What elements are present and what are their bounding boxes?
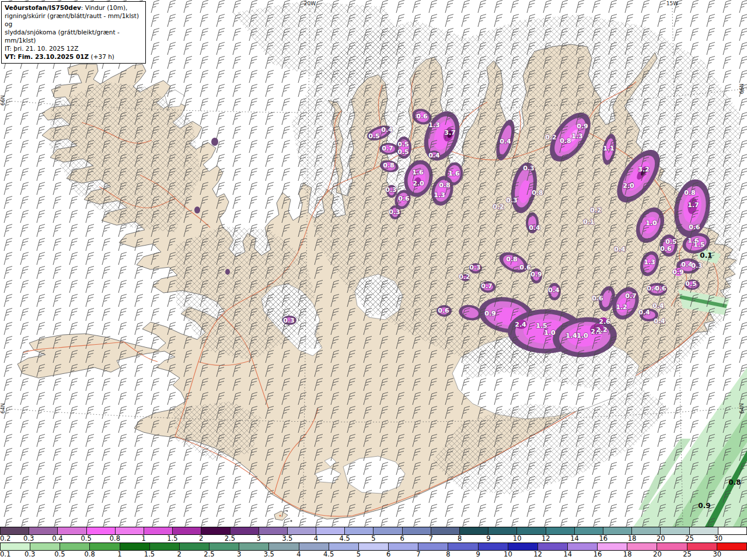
gratlabel-text: 66N [739, 83, 745, 94]
legend-sleet-snow: 0.20.30.40.50.811.522.533.544.5567891012… [0, 527, 747, 542]
plabel-text: 2.4 [515, 321, 526, 328]
glabel-text: 0.1 [700, 251, 712, 260]
plabel-text: 0.5 [397, 141, 409, 148]
plabel-text: 0.8 [439, 181, 451, 189]
plabel-text: 0.4 [428, 152, 440, 159]
legend-cell [0, 527, 29, 534]
sleet-snow-tick-labels: 0.20.30.40.50.811.522.533.544.5567891012… [0, 535, 747, 542]
legend-cell [30, 543, 60, 550]
plabel-text: 0.8 [684, 189, 696, 197]
legend-cell [90, 543, 120, 550]
legend-tick-label: 5 [357, 550, 361, 558]
plabel-text: 2.0 [413, 180, 424, 187]
valid-time-line: VT: Fim. 23.10.2025 01Z (+37 h) [5, 52, 142, 61]
legend-cell [479, 543, 508, 550]
legend-tick-label: 0.3 [23, 534, 34, 542]
legend-rain: 0.10.30.50.811.522.533.544.5567891012141… [0, 542, 747, 558]
legend-tick-label: 3 [256, 534, 260, 542]
plabel-text: 0.2 [459, 273, 470, 281]
legend-cell [150, 543, 180, 550]
legend-tick-label: 12 [533, 550, 542, 558]
valid-time: VT: Fim. 23.10.2025 01Z [5, 53, 89, 60]
legend-tick-label: 7 [429, 534, 433, 542]
plabel-text: 0.6 [655, 285, 666, 292]
gratlabel-text: 64N [0, 403, 6, 414]
legend-tick-label: 10 [504, 550, 512, 558]
plabel-text: 0.4 [654, 317, 665, 325]
legend-cell [316, 527, 345, 534]
legend-tick-label: 3 [237, 550, 241, 558]
plabel-text: 0.4 [548, 286, 560, 294]
legend-tick-label: 30 [713, 550, 721, 558]
plabel-text: 1.5 [693, 241, 705, 249]
legend-cell [632, 527, 661, 534]
legend-cell [239, 543, 269, 550]
plabel-text: 1.4 [566, 332, 577, 340]
legend-cell [144, 527, 173, 534]
plabel-text: 0.8 [560, 137, 571, 145]
legend-cell [29, 527, 58, 534]
legend-cell [288, 527, 316, 534]
plabel-text: 3.2 [638, 166, 650, 173]
gratlabel-text: 20W [304, 1, 316, 6]
plabel-text: 0.6 [592, 295, 603, 302]
legend-cell [598, 543, 627, 550]
plabel-text: 0.4 [614, 246, 626, 253]
legend-tick-label: 12 [542, 534, 550, 542]
legend-cell [517, 527, 546, 534]
legend-tick-label: 1.5 [167, 534, 177, 542]
plabel-text: 0.5 [397, 148, 409, 156]
plabel-text: 0.7 [625, 292, 637, 300]
legend-tick-label: 1 [141, 534, 145, 542]
legend-tick-label: 9 [476, 550, 480, 558]
lead-time: (+37 h) [89, 53, 114, 60]
plabel-text: 1.7 [687, 201, 699, 209]
legend-tick-label: 14 [570, 534, 579, 542]
plabel-text: 0.7 [382, 145, 393, 152]
legend-tick-label: 30 [714, 534, 722, 542]
legend-tick-label: 6 [386, 550, 390, 558]
legend-tick-label: 4.5 [340, 534, 350, 542]
plabel-text: 0.5 [685, 280, 697, 288]
title-box: Veðurstofan/IS750dev: Vindur (10m), rign… [1, 1, 146, 64]
legend-tick-label: 1.5 [144, 550, 155, 558]
legend-tick-label: 0.3 [25, 550, 35, 558]
legend-tick-label: 5 [371, 534, 375, 542]
rain-colorbar [0, 542, 747, 551]
plabel-text: 0.8 [506, 256, 518, 263]
plabel-text: 0.6 [519, 264, 531, 271]
legend-tick-label: 8 [458, 534, 462, 542]
plabel-text: 0.9 [530, 271, 542, 278]
legend-cell [627, 543, 657, 550]
gratlabel-text: 64N [739, 403, 745, 414]
plabel-text: 0.2 [590, 206, 602, 214]
plabel-text: 0.6 [416, 113, 428, 120]
legend-tick-label: 4 [296, 550, 301, 558]
legend-cell [87, 527, 116, 534]
plabel-text: 0.3 [389, 208, 400, 216]
rain-tick-labels: 0.10.30.50.811.522.533.544.5567891012141… [0, 551, 747, 558]
plabel-text: 0.9 [577, 123, 588, 130]
plabel-text: 0.3 [385, 186, 397, 194]
legend-tick-label: 25 [683, 550, 692, 558]
plabel-text: 1.3 [571, 132, 583, 140]
iceland-precipitation-map: 0.61.33.70.40.50.50.50.70.40.81.62.01.60… [0, 0, 747, 527]
plabel-text: 0.8 [532, 189, 543, 197]
legend-cell [488, 527, 517, 534]
plabel-text: 1.0 [645, 219, 657, 227]
sleet-snow-colorbar [0, 527, 747, 535]
legend-cell [374, 527, 402, 534]
plabel-text: 3.7 [444, 129, 456, 136]
plabel-text: 0.4 [529, 224, 540, 232]
legend-tick-label: 4 [314, 534, 318, 542]
plabel-text: 0.6 [398, 195, 410, 202]
legend-cell [389, 543, 418, 550]
glabel-text: 0.9 [698, 502, 710, 510]
legend-tick-label: 10 [513, 534, 522, 542]
legend-cell [448, 543, 478, 550]
plabel-text: 1.3 [428, 121, 440, 129]
legend-cell [116, 527, 144, 534]
legend-cell [269, 543, 299, 550]
legend-cell [687, 543, 717, 550]
plabel-text: 0.3 [469, 264, 481, 271]
